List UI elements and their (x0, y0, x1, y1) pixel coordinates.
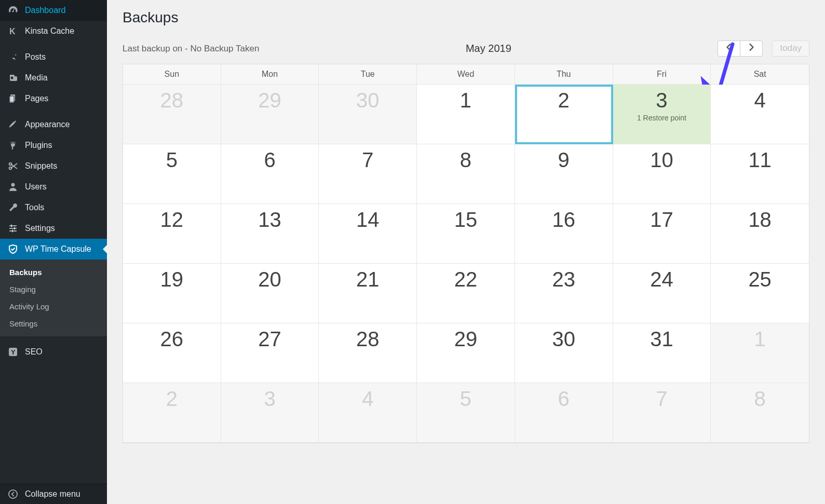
calendar-day-cell[interactable]: 28 (319, 323, 417, 383)
calendar-day-cell[interactable]: 25 (711, 264, 809, 323)
calendar-day-cell[interactable]: 6 (221, 144, 319, 204)
calendar-day-number: 13 (221, 209, 319, 230)
calendar-day-cell[interactable]: 1 (417, 85, 515, 144)
calendar-day-cell[interactable]: 31 (613, 323, 711, 383)
admin-sidebar: DashboardKKinsta CachePostsMediaPagesApp… (0, 0, 107, 504)
calendar-day-number: 9 (515, 149, 613, 170)
calendar-day-header: Mon (221, 64, 319, 85)
calendar-week-row: 567891011 (123, 144, 809, 204)
calendar-day-cell[interactable]: 9 (515, 144, 613, 204)
calendar-day-number: 30 (515, 329, 613, 349)
calendar-day-cell[interactable]: 13 (221, 204, 319, 264)
calendar-day-number: 28 (319, 329, 416, 349)
calendar-day-cell[interactable]: 23 (515, 264, 613, 323)
calendar-day-cell[interactable]: 7 (319, 144, 417, 204)
calendar-day-number: 14 (319, 209, 416, 230)
calendar-day-number: 19 (123, 269, 221, 290)
svg-point-8 (11, 183, 15, 187)
calendar-day-cell[interactable]: 14 (319, 204, 417, 264)
calendar-day-cell[interactable]: 20 (221, 264, 319, 323)
sidebar-item-label: Appearance (25, 120, 70, 129)
sidebar-item-posts[interactable]: Posts (0, 47, 107, 67)
calendar-week-row: 2345678 (123, 383, 809, 443)
letter-k-icon: K (7, 26, 19, 36)
sidebar-item-appearance[interactable]: Appearance (0, 114, 107, 135)
calendar-day-cell[interactable]: 18 (711, 204, 809, 264)
prev-month-button[interactable] (718, 40, 740, 57)
page-title: Backups (123, 9, 809, 26)
calendar-day-cell[interactable]: 21 (319, 264, 417, 323)
sidebar-item-plugins[interactable]: Plugins (0, 135, 107, 156)
calendar-day-cell[interactable]: 8 (417, 144, 515, 204)
submenu-item-backups[interactable]: Backups (0, 264, 107, 281)
user-icon (7, 182, 19, 192)
sidebar-item-label: Media (25, 73, 48, 83)
main-content: Backups Last backup on - No Backup Taken… (107, 0, 825, 504)
calendar-day-cell[interactable]: 5 (123, 144, 221, 204)
calendar-header-row: SunMonTueWedThuFriSat (123, 64, 809, 85)
calendar-day-cell[interactable]: 24 (613, 264, 711, 323)
sidebar-item-kinsta-cache[interactable]: KKinsta Cache (0, 21, 107, 42)
sidebar-item-wp-time-capsule[interactable]: WP Time Capsule (0, 239, 107, 260)
calendar-day-number: 2 (515, 90, 613, 111)
calendar-day-cell[interactable]: 4 (711, 85, 809, 144)
calendar-day-cell[interactable]: 30 (515, 323, 613, 383)
calendar-day-header: Tue (319, 64, 417, 85)
media-icon (7, 73, 19, 83)
calendar-day-cell: 3 (221, 383, 319, 443)
sidebar-item-users[interactable]: Users (0, 176, 107, 197)
sidebar-item-label: Tools (25, 203, 44, 212)
calendar-week-row: 12131415161718 (123, 204, 809, 264)
calendar-day-cell[interactable]: 2 (515, 85, 613, 144)
calendar-day-cell[interactable]: 16 (515, 204, 613, 264)
calendar-day-number: 7 (613, 388, 711, 409)
calendar-day-cell[interactable]: 26 (123, 323, 221, 383)
sidebar-item-tools[interactable]: Tools (0, 197, 107, 218)
svg-point-17 (9, 490, 17, 498)
calendar-day-cell[interactable]: 19 (123, 264, 221, 323)
calendar-day-cell: 2 (123, 383, 221, 443)
sidebar-item-settings[interactable]: Settings (0, 218, 107, 239)
calendar-day-number: 18 (711, 209, 809, 230)
calendar-day-cell[interactable]: 27 (221, 323, 319, 383)
calendar-day-number: 6 (515, 388, 613, 409)
collapse-menu-button[interactable]: Collapse menu (0, 484, 107, 504)
sidebar-item-media[interactable]: Media (0, 67, 107, 88)
calendar-day-number: 2 (123, 388, 221, 409)
brush-icon (7, 119, 19, 130)
svg-rect-1 (13, 8, 15, 11)
calendar-day-cell[interactable]: 11 (711, 144, 809, 204)
calendar-day-number: 12 (123, 209, 221, 230)
calendar-day-cell: 5 (417, 383, 515, 443)
calendar-day-number: 22 (417, 269, 515, 290)
sidebar-item-label: Plugins (25, 141, 52, 150)
calendar-day-cell[interactable]: 29 (417, 323, 515, 383)
sidebar-item-snippets[interactable]: Snippets (0, 156, 107, 176)
calendar-day-cell: 4 (319, 383, 417, 443)
gauge-icon (7, 5, 19, 16)
submenu-item-staging[interactable]: Staging (0, 281, 107, 298)
calendar-day-cell[interactable]: 17 (613, 204, 711, 264)
calendar-day-cell[interactable]: 10 (613, 144, 711, 204)
calendar-day-cell[interactable]: 15 (417, 204, 515, 264)
submenu-item-activity-log[interactable]: Activity Log (0, 298, 107, 315)
pages-icon (7, 93, 19, 104)
calendar-day-cell: 30 (319, 85, 417, 144)
next-month-button[interactable] (740, 40, 763, 57)
calendar-day-cell[interactable]: 22 (417, 264, 515, 323)
sidebar-item-seo[interactable]: YSEO (0, 342, 107, 362)
svg-rect-10 (9, 228, 17, 229)
calendar-week-row: 2829301231 Restore point4 (123, 85, 809, 144)
sidebar-item-pages[interactable]: Pages (0, 88, 107, 109)
calendar-day-number: 27 (221, 329, 319, 349)
sidebar-item-label: WP Time Capsule (25, 244, 91, 254)
today-button[interactable]: today (772, 40, 809, 57)
submenu-item-wptc-settings[interactable]: Settings (0, 315, 107, 332)
calendar-day-cell[interactable]: 12 (123, 204, 221, 264)
calendar-day-cell[interactable]: 31 Restore point (613, 85, 711, 144)
sidebar-item-dashboard[interactable]: Dashboard (0, 0, 107, 21)
calendar-day-header: Thu (515, 64, 613, 85)
sidebar-item-label: Dashboard (25, 6, 65, 15)
sliders-icon (7, 223, 19, 234)
collapse-menu-label: Collapse menu (25, 489, 80, 499)
